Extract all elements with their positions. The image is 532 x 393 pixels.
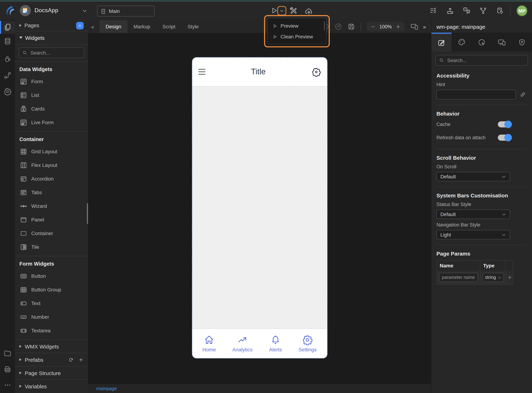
file-sync-icon[interactable]: [496, 7, 504, 15]
topbar-right-actions: A 文 MP: [425, 1, 532, 20]
tab-devices[interactable]: [492, 33, 512, 52]
menu-item-preview[interactable]: Preview: [268, 20, 326, 31]
status-bar-style-select[interactable]: Default: [437, 210, 510, 219]
run-preview-icon[interactable]: [270, 7, 278, 14]
section-prefabs[interactable]: Prefabs: [15, 353, 88, 366]
rail-item-files[interactable]: [0, 347, 15, 360]
user-avatar[interactable]: MP: [516, 5, 528, 16]
header-gear-icon[interactable]: [311, 67, 321, 77]
menu-item-clean-preview[interactable]: Clean Preview: [268, 31, 326, 42]
widget-item-textarea[interactable]: Textarea: [15, 324, 88, 337]
section-wmx-widgets[interactable]: WMX Widgets: [15, 339, 88, 353]
widgets-section-header[interactable]: Widgets: [15, 31, 88, 44]
redo-icon[interactable]: [334, 23, 342, 30]
nav-item-settings[interactable]: Settings: [298, 334, 317, 353]
tab-markup[interactable]: Markup: [127, 20, 156, 33]
translate-icon[interactable]: A 文: [463, 7, 471, 15]
export-icon[interactable]: [446, 7, 454, 15]
rail-item-more[interactable]: [0, 379, 15, 392]
expand-panel-button[interactable]: »: [423, 24, 426, 29]
add-param-icon[interactable]: [507, 275, 512, 280]
rail-item-database[interactable]: [0, 35, 15, 48]
pages-section-header[interactable]: Pages: [15, 20, 88, 31]
device-frame[interactable]: Title Home Analytics Alerts: [192, 57, 327, 358]
tab-properties[interactable]: [431, 33, 452, 52]
hint-input[interactable]: [437, 90, 516, 99]
widget-item-text[interactable]: Text: [15, 296, 88, 310]
zoom-out-icon[interactable]: [371, 24, 375, 29]
version-control-icon[interactable]: [479, 7, 487, 15]
preview-options-button[interactable]: [277, 6, 286, 15]
zoom-control: 100%: [367, 22, 404, 31]
widget-item-form[interactable]: Form: [15, 75, 88, 88]
device-page-title[interactable]: Title: [205, 67, 311, 76]
widget-item-accordion[interactable]: Accordion: [15, 172, 88, 186]
widget-item-tabs[interactable]: Tabs: [15, 186, 88, 199]
nav-item-alerts[interactable]: Alerts: [269, 334, 282, 353]
widget-item-tile[interactable]: Tile: [15, 240, 88, 254]
widget-item-button-group[interactable]: Button Group: [15, 283, 88, 296]
refresh-icon[interactable]: [68, 357, 74, 362]
add-page-button[interactable]: [76, 22, 84, 29]
device-header[interactable]: Title: [192, 57, 327, 86]
menu-scrollbar[interactable]: [324, 21, 325, 30]
tab-security[interactable]: [512, 33, 532, 52]
tab-styles[interactable]: [452, 33, 472, 52]
widget-item-list[interactable]: List: [15, 88, 88, 102]
widget-item-wizard[interactable]: Wizard: [15, 199, 88, 213]
project-icon[interactable]: [20, 5, 31, 16]
widget-item-cards[interactable]: Cards: [15, 102, 88, 116]
save-icon[interactable]: [347, 23, 355, 30]
breadcrumb-page[interactable]: mainpage: [96, 386, 117, 391]
device-switch-icon[interactable]: [410, 23, 419, 30]
rail-item-connectors[interactable]: [0, 69, 15, 82]
section-label: Prefabs: [25, 357, 43, 363]
rail-item-settings[interactable]: [0, 85, 15, 98]
param-type-select[interactable]: string: [482, 273, 504, 282]
widget-search-input[interactable]: [30, 50, 81, 56]
on-scroll-select[interactable]: Default: [437, 172, 510, 181]
hint-field[interactable]: [437, 90, 516, 99]
tools-icon[interactable]: [289, 7, 298, 15]
design-viewport[interactable]: Title Home Analytics Alerts: [88, 33, 431, 384]
refresh-on-attach-toggle[interactable]: [498, 134, 511, 141]
tab-design[interactable]: Design: [99, 20, 127, 33]
page-selector[interactable]: Main: [97, 6, 154, 16]
rail-item-logs[interactable]: LOG: [0, 363, 15, 376]
widget-label: Number: [31, 314, 49, 320]
task-list-icon[interactable]: [430, 7, 438, 15]
tab-script[interactable]: Script: [156, 20, 182, 33]
widget-item-panel[interactable]: Panel: [15, 213, 88, 226]
widget-item-container[interactable]: Container: [15, 226, 88, 240]
live-form-icon: [20, 119, 27, 126]
rail-item-java-services[interactable]: [0, 52, 15, 65]
param-name-input[interactable]: [439, 273, 478, 282]
zoom-in-icon[interactable]: [396, 24, 400, 29]
widget-item-live-form[interactable]: Live Form: [15, 116, 88, 129]
bind-link-icon[interactable]: [520, 92, 526, 98]
widget-search[interactable]: [19, 47, 85, 58]
inspector-search[interactable]: [435, 55, 528, 66]
nav-item-analytics[interactable]: Analytics: [232, 334, 253, 353]
widget-item-grid-layout[interactable]: Grid Layout: [15, 145, 88, 158]
project-chevron-down-icon[interactable]: [82, 8, 87, 14]
cloud-upload-icon[interactable]: [305, 7, 313, 15]
rail-item-pages[interactable]: [0, 21, 15, 34]
tab-style[interactable]: Style: [181, 20, 205, 33]
nav-bar-style-select[interactable]: Light: [437, 230, 510, 239]
widget-item-button[interactable]: Button: [15, 269, 88, 283]
inspector-search-input[interactable]: [447, 57, 524, 63]
widget-item-flex-layout[interactable]: Flex Layout: [15, 158, 88, 172]
widget-label: Panel: [31, 217, 44, 222]
nav-item-home[interactable]: Home: [202, 334, 216, 353]
add-prefab-icon[interactable]: [78, 357, 84, 362]
section-variables[interactable]: Variables: [15, 379, 88, 393]
hamburger-menu-icon[interactable]: [198, 69, 205, 75]
section-page-structure[interactable]: Page Structure: [15, 366, 88, 379]
collapse-panel-button[interactable]: «: [90, 24, 95, 29]
tab-events[interactable]: [472, 33, 492, 52]
widget-item-number[interactable]: 123 Number: [15, 310, 88, 324]
project-name[interactable]: DocsApp: [35, 7, 58, 14]
device-content-area[interactable]: [192, 86, 327, 329]
cache-toggle[interactable]: [498, 121, 511, 127]
